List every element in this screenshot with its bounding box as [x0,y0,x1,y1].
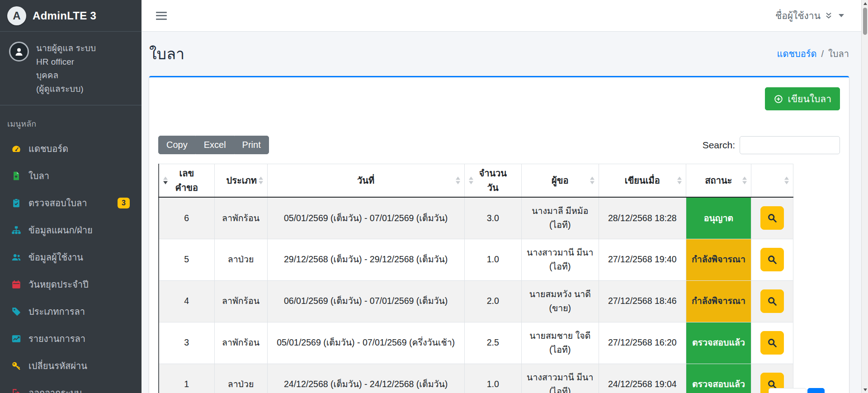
requester-name: นางมาลี มีหม้อ [525,204,595,218]
column-header-actions[interactable] [751,164,793,198]
cell-date-range: 05/01/2569 (เต็มวัน) - 07/01/2569 (ครึ่ง… [267,322,464,364]
export-button-group: Copy Excel Print [158,136,269,154]
brand-link[interactable]: A AdminLTE 3 [0,0,142,32]
sidebar-item-label: แดชบอร์ด [28,142,68,156]
sidebar-item-departments[interactable]: ข้อมูลแผนก/ฝ่าย [4,217,138,243]
cell-requester: นายสมชาย ใจดี (ไอที) [521,322,599,364]
view-button[interactable] [760,331,784,355]
magnifier-icon [767,296,778,307]
sidebar-item-dashboard[interactable]: แดชบอร์ด [4,136,138,162]
key-icon [11,361,22,371]
cell-requester: นายสมหวัง นาดี (ขาย) [521,280,599,322]
cell-actions [751,322,793,364]
create-leave-button[interactable]: เขียนใบลา [765,87,840,110]
calendar-icon [11,279,22,289]
content-wrapper: ใบลา แดชบอร์ด / ใบลา เขียนใบลา Copy Exce… [142,32,861,393]
sitemap-icon [11,225,22,235]
status-cell: กำลังพิจารณา [686,280,751,322]
sidebar-item-label: ข้อมูลแผนก/ฝ่าย [28,223,93,237]
breadcrumb-current: ใบลา [828,47,849,61]
cell-days: 3.0 [464,197,521,239]
search-input[interactable] [740,136,840,154]
status-cell: ตรวจสอบแล้ว [686,364,751,393]
column-header-status[interactable]: สถานะ [686,164,751,198]
column-header-leave-type[interactable]: ประเภท [214,164,267,198]
table-row: 4 ลาพักร้อน 06/01/2569 (เต็มวัน) - 07/01… [159,280,793,322]
sidebar-item-leave-report[interactable]: รายงานการลา [4,326,138,352]
users-icon [11,252,22,262]
scrollbar-thumb[interactable] [863,8,867,35]
chart-line-icon [11,334,22,344]
sidebar-item-logout[interactable]: ออกจากระบบ [4,380,138,393]
column-header-date[interactable]: วันที่ [267,164,464,198]
view-button[interactable] [760,206,784,230]
cell-leave-type: ลาป่วย [214,364,267,393]
cell-leave-type: ลาพักร้อน [214,322,267,364]
sidebar-menu: แดชบอร์ด ใบลา ตรวจสอบใบลา 3 ข้อมูลแผนก/ฝ… [0,136,142,393]
column-header-request-no[interactable]: เลขคำขอ [159,164,214,198]
user-dropdown-toggle[interactable]: ชื่อผู้ใช้งาน [775,8,844,23]
sidebar-item-check-leave[interactable]: ตรวจสอบใบลา 3 [4,190,138,216]
sidebar-item-label: ออกจากระบบ [28,386,82,393]
sidebar-item-users[interactable]: ข้อมูลผู้ใช้งาน [4,244,138,270]
cell-request-no: 5 [159,239,214,280]
breadcrumb-dashboard-link[interactable]: แดชบอร์ด [777,47,817,61]
print-button[interactable]: Print [234,136,269,154]
view-button[interactable] [760,248,784,271]
pagination-previous-button[interactable] [769,388,807,393]
requester-department: (ไอที) [525,218,595,232]
table-row: 5 ลาป่วย 29/12/2568 (เต็มวัน) - 29/12/25… [159,239,793,280]
cell-request-no: 3 [159,322,214,364]
caret-down-icon [839,14,844,17]
user-name[interactable]: นายผู้ดูแล ระบบ [36,42,96,55]
pending-count-badge: 3 [118,198,130,208]
magnifier-icon [767,213,778,223]
status-cell: อนุญาต [686,197,751,239]
cell-written-at: 27/12/2568 18:46 [599,280,686,322]
user-note: (ผู้ดูแลระบบ) [36,82,96,96]
scroll-up-icon[interactable] [862,0,868,7]
cell-date-range: 24/12/2568 (เต็มวัน) - 24/12/2568 (เต็มว… [267,364,464,393]
cell-requester: นางมาลี มีหม้อ (ไอที) [521,197,599,239]
copy-button[interactable]: Copy [158,136,196,154]
adminlte-logo-icon: A [7,6,26,25]
cell-days: 1.0 [464,364,521,393]
vertical-scrollbar[interactable] [861,0,868,393]
cell-date-range: 29/12/2568 (เต็มวัน) - 29/12/2568 (เต็มว… [267,239,464,280]
table-body: 6 ลาพักร้อน 05/01/2569 (เต็มวัน) - 07/01… [159,197,793,393]
cell-actions [751,239,793,280]
view-button[interactable] [760,289,784,313]
column-header-days[interactable]: จำนวนวัน [464,164,521,198]
cell-days: 2.5 [464,322,521,364]
user-department: บุคคล [36,69,96,82]
search-label: Search: [703,140,735,151]
cell-written-at: 27/12/2568 16:20 [599,322,686,364]
cell-date-range: 06/01/2569 (เต็มวัน) - 07/01/2569 (เต็มว… [267,280,464,322]
sidebar-item-label: วันหยุดประจำปี [28,277,89,292]
cell-requester: นางสาวมานี มีนา (ไอที) [521,364,599,393]
cell-leave-type: ลาพักร้อน [214,197,267,239]
tachometer-icon [11,144,22,154]
user-role: HR officer [36,55,96,69]
sidebar-item-change-password[interactable]: เปลี่ยนรหัสผ่าน [4,353,138,379]
scroll-down-icon[interactable] [862,386,868,393]
cell-request-no: 6 [159,197,214,239]
sidebar-item-label: ประเภทการลา [28,304,85,319]
table-row: 3 ลาพักร้อน 05/01/2569 (เต็มวัน) - 07/01… [159,322,793,364]
sidebar: A AdminLTE 3 นายผู้ดูแล ระบบ HR officer … [0,0,142,393]
cell-written-at: 27/12/2568 19:40 [599,239,686,280]
cell-actions [751,280,793,322]
sidebar-item-leave-form[interactable]: ใบลา [4,163,138,189]
status-cell: กำลังพิจารณา [686,239,751,280]
pagination-page-button[interactable] [807,388,825,393]
excel-button[interactable]: Excel [196,136,234,154]
column-header-requester[interactable]: ผู้ขอ [521,164,599,198]
column-header-written-at[interactable]: เขียนเมื่อ [599,164,686,198]
cell-written-at: 24/12/2568 19:04 [599,364,686,393]
tag-icon [11,307,22,317]
sidebar-item-leave-types[interactable]: ประเภทการลา [4,298,138,325]
sidebar-toggle-icon[interactable] [156,12,167,20]
brand-title: AdminLTE 3 [33,9,96,22]
breadcrumb-separator: / [821,49,824,59]
sidebar-item-holidays[interactable]: วันหยุดประจำปี [4,271,138,298]
